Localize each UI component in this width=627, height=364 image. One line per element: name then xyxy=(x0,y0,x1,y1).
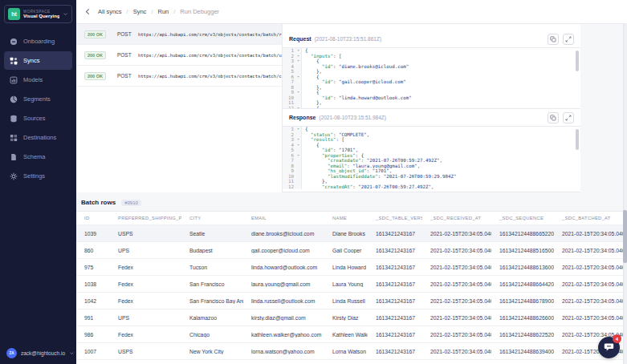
avatar: ZA xyxy=(6,348,17,358)
request-timestamp: (2021-08-10T23:15:51.861Z) xyxy=(315,36,381,42)
request-panel-header: Request (2021-08-10T23:15:51.861Z) xyxy=(283,30,580,47)
table-cell: Laura Young xyxy=(324,281,368,287)
sidebar-item-syncs[interactable]: Syncs xyxy=(4,51,72,70)
destinations-icon xyxy=(10,134,18,142)
table-cell: 2021-02-15T20:34:05.040Z xyxy=(422,265,491,270)
table-cell: 1038 xyxy=(76,281,110,287)
response-code-lines: 1▾{2 "status": "COMPLETE",3▾ "results": … xyxy=(283,127,580,189)
table-cell: 2021-02-15T20:34:05.040Z xyxy=(422,332,491,338)
user-email: zack@hightouch.io xyxy=(21,350,65,356)
response-scrollbar[interactable] xyxy=(576,129,579,150)
page-scrollbar[interactable] xyxy=(623,24,627,364)
table-row[interactable]: 1007USPSNew York Citylorna.watson@yahoo.… xyxy=(76,343,627,360)
expand-request-button[interactable] xyxy=(563,34,574,45)
sidebar-item-sources[interactable]: Sources xyxy=(4,109,72,127)
batch-count-badge: #3910 xyxy=(121,200,141,206)
status-badge: 200 OK xyxy=(84,51,106,59)
breadcrumb-item[interactable]: Run Debugger xyxy=(180,8,219,15)
chat-launcher[interactable]: 4 xyxy=(598,337,620,358)
fold-marker[interactable]: ▾ xyxy=(295,106,302,110)
table-cell: San Francisco Bay Area xyxy=(181,298,243,304)
table-cell: Gail Cooper xyxy=(324,248,368,253)
sidebar-item-settings[interactable]: Settings xyxy=(4,167,72,185)
table-cell: 2021-02-15T20:34:05.040Z xyxy=(554,315,627,321)
sidebar-nav: OnboardingSyncsModelsSegmentsSourcesDest… xyxy=(0,31,76,342)
sidebar-item-schema[interactable]: Schema xyxy=(4,148,72,166)
sidebar: ht WORKSPACE Visual Querying D... Onboar… xyxy=(0,0,76,364)
status-badge: 200 OK xyxy=(84,30,106,38)
table-cell: gail.cooper@icloud.com xyxy=(243,248,324,253)
expand-response-button[interactable] xyxy=(563,112,574,123)
request-scrollbar[interactable] xyxy=(576,51,579,71)
table-row[interactable]: 1038FedexSan Franciscolaura.young@gmail.… xyxy=(76,276,627,293)
table-row[interactable]: 860UPSBudapestgail.cooper@icloud.comGail… xyxy=(76,242,627,259)
breadcrumb-item[interactable]: Sync xyxy=(133,8,147,15)
table-cell: 1613421244885165000 xyxy=(491,248,554,253)
table-cell: Seatle xyxy=(181,231,243,237)
code-line: 12 "createdAt": "2021-07-26T00:59:27.492… xyxy=(283,184,580,190)
table-cell: 1613421244886394000 xyxy=(491,349,554,354)
expand-icon xyxy=(565,111,572,123)
batch-rows-header: Batch rows #3910 xyxy=(76,192,627,211)
table-cell: 1039 xyxy=(76,231,110,237)
request-url: https://api.hubapi.com/crm/v3/objects/co… xyxy=(138,32,282,37)
table-cell: Kirsty Diaz xyxy=(324,315,368,321)
main-area: All syncs/Sync/Run/Run Debugger 200 OKPO… xyxy=(76,0,627,364)
table-header-row: IDPREFERRED_SHIPPING_PROVIDERCITYEMAILNA… xyxy=(76,212,627,225)
table-cell: lorna.watson@yahoo.com xyxy=(243,349,324,354)
request-row[interactable]: 200 OKPOSThttps://api.hubapi.com/crm/v3/… xyxy=(76,66,282,87)
table-cell: linda.russell@outlook.com xyxy=(243,298,324,304)
user-menu[interactable]: ZA zack@hightouch.io xyxy=(0,342,76,364)
sidebar-item-destinations[interactable]: Destinations xyxy=(4,128,72,147)
table-cell: Fedex xyxy=(110,332,181,338)
sidebar-item-onboarding[interactable]: Onboarding xyxy=(4,32,72,51)
table-cell: Kalamazoo xyxy=(181,315,243,321)
table-cell: 991 xyxy=(76,315,110,321)
table-row[interactable]: 1042FedexSan Francisco Bay Arealinda.rus… xyxy=(76,293,627,309)
syncs-icon xyxy=(10,57,18,65)
copy-request-button[interactable] xyxy=(548,34,559,45)
chevron-down-icon xyxy=(69,350,75,356)
table-cell: 1613421243167 xyxy=(368,248,422,253)
request-code-lines: 1▾{2▾ "inputs": [3▾ {4 "id": "diane.broo… xyxy=(283,48,580,109)
table-row[interactable]: 1039USPSSeatlediane.brooks@icloud.comDia… xyxy=(76,225,627,242)
table-cell: 1613421243167 xyxy=(368,315,422,321)
table-cell: 1613421244886644200 xyxy=(491,281,554,287)
back-button[interactable] xyxy=(84,8,92,15)
sidebar-item-label: Settings xyxy=(23,172,45,180)
copy-response-button[interactable] xyxy=(548,112,559,123)
column-header: _SDC_TABLE_VERSION xyxy=(368,216,422,220)
table-row[interactable]: 975FedexTucsonlinda.howard@outlook.comLi… xyxy=(76,259,627,276)
table-row[interactable]: 991UPSKalamazookirsty.diaz@gmail.comKirs… xyxy=(76,309,627,326)
table-cell: kirsty.diaz@gmail.com xyxy=(243,315,324,321)
breadcrumb-item[interactable]: All syncs xyxy=(98,8,122,15)
table-cell: 2021-02-15T20:34:05.040Z xyxy=(422,281,491,287)
table-cell: diane.brooks@icloud.com xyxy=(243,231,324,237)
table-cell: 2021-02-15T20:34:05.040Z xyxy=(554,265,627,270)
table-cell: 975 xyxy=(76,265,110,270)
sidebar-item-label: Sources xyxy=(23,115,46,122)
table-row[interactable]: 986FedexChicagokathleen.walker@yahoo.com… xyxy=(76,326,627,343)
sources-icon xyxy=(10,115,18,123)
sidebar-item-label: Models xyxy=(23,76,43,83)
table-cell: 1613421243167 xyxy=(368,281,422,287)
table-cell: 2021-02-15T20:34:05.040Z xyxy=(422,231,491,237)
breadcrumb: All syncs/Sync/Run/Run Debugger xyxy=(98,8,219,15)
request-row[interactable]: 200 OKPOSThttps://api.hubapi.com/crm/v3/… xyxy=(76,45,282,66)
table-cell: 1613421244886789000 xyxy=(491,298,554,304)
sidebar-item-segments[interactable]: Segments xyxy=(4,90,72,108)
table-cell: 1613421244886225200 xyxy=(491,332,554,338)
detail-panels: Request (2021-08-10T23:15:51.861Z) 1▾{2▾… xyxy=(283,24,580,192)
line-number: 12 xyxy=(283,184,295,190)
workspace-switcher[interactable]: ht WORKSPACE Visual Querying D... xyxy=(4,5,72,23)
batch-rows-title: Batch rows xyxy=(81,199,116,206)
chat-unread-badge: 4 xyxy=(613,334,621,343)
sidebar-item-label: Segments xyxy=(23,95,51,103)
chevron-down-icon xyxy=(63,11,68,17)
request-row[interactable]: 200 OKPOSThttps://api.hubapi.com/crm/v3/… xyxy=(76,24,282,45)
page-scrollbar-thumb[interactable] xyxy=(623,210,627,263)
request-url: https://api.hubapi.com/crm/v3/objects/co… xyxy=(138,74,282,79)
column-header: PREFERRED_SHIPPING_PROVIDER xyxy=(110,216,181,220)
sidebar-item-models[interactable]: Models xyxy=(4,71,72,89)
breadcrumb-item[interactable]: Run xyxy=(157,8,169,15)
